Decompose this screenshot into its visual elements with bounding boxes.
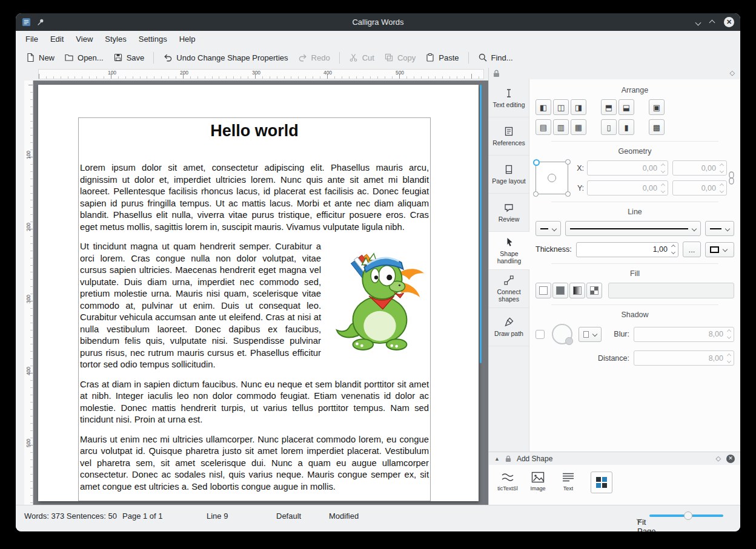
shadow-angle-knob [565, 337, 573, 345]
close-docker-icon[interactable]: ✕ [726, 455, 735, 463]
minimize-button[interactable] [696, 18, 700, 27]
zoom-slider[interactable] [649, 514, 723, 517]
dock-titlebar[interactable]: ◇ [489, 68, 740, 79]
shadow-enable-checkbox[interactable] [536, 330, 545, 339]
shape-properties-panel: Arrange ◧ ◫ ◨ ⬒ ⬓ ▣ ▤ ▥ ▦ [529, 79, 740, 452]
shadow-section-title: Shadow [536, 311, 734, 319]
undo-button[interactable]: Undo Change Shape Properties [158, 50, 293, 65]
paste-button[interactable]: Paste [420, 50, 463, 65]
x-position-spinbox: 0,00 [587, 160, 668, 176]
tab-page-layout[interactable]: Page layout [489, 156, 529, 194]
tab-connect-shapes[interactable]: Connect shapes [489, 270, 529, 308]
thickness-spinbox[interactable]: 1,00 [576, 242, 678, 257]
horizontal-ruler[interactable]: 100 200 300 400 500 [38, 69, 484, 79]
menu-styles[interactable]: Styles [99, 32, 132, 46]
open-button[interactable]: Open... [59, 50, 108, 65]
align-top-button[interactable]: ⬒ [601, 99, 617, 115]
raise-shape-button[interactable]: ▥ [553, 119, 569, 135]
align-center-h-button[interactable]: ◫ [553, 99, 569, 115]
cursor-arrow-icon [504, 237, 515, 248]
fill-gradient-button[interactable] [569, 283, 585, 298]
paragraph[interactable]: Lorem ipsum dolor sit amet, consectetur … [80, 162, 429, 233]
anchor-bottom-left[interactable] [533, 191, 539, 197]
style-indicator[interactable]: Default [276, 511, 301, 521]
tab-review[interactable]: Review [489, 194, 529, 232]
line-more-options-button[interactable]: ... [683, 242, 701, 257]
pin-icon[interactable] [36, 18, 45, 27]
keep-aspect-ratio-icon[interactable] [729, 171, 734, 185]
menu-file[interactable]: File [19, 32, 44, 46]
vruler-label: 400 [25, 366, 31, 376]
shadow-color-select[interactable] [579, 327, 602, 342]
fill-none-button[interactable] [536, 283, 551, 298]
tool-tab-column: Text editing References Page layout Revi… [489, 79, 529, 452]
find-button[interactable]: Find... [473, 50, 518, 65]
add-artistic-text-shape-button[interactable]: ticTextSl [494, 469, 522, 491]
menu-edit[interactable]: Edit [44, 32, 70, 46]
ungroup-shapes-button[interactable]: ▩ [649, 119, 665, 135]
save-button[interactable]: Save [108, 50, 150, 65]
fill-pattern-button[interactable] [586, 283, 602, 298]
collapse-docker-icon[interactable]: ▲ [494, 456, 500, 462]
position-anchor-selector[interactable] [536, 162, 568, 194]
vertical-scrollbar[interactable] [480, 85, 482, 363]
titlebar[interactable]: Calligra Words ✕ [16, 13, 740, 31]
page-indicator[interactable]: Page 1 of 1 [122, 511, 163, 521]
copy-icon [384, 53, 394, 62]
fill-solid-button[interactable] [552, 283, 568, 298]
geometry-section-title: Geometry [536, 147, 734, 156]
align-bottom-button[interactable]: ⬓ [618, 99, 634, 115]
new-button[interactable]: New [21, 50, 59, 65]
redo-icon [298, 53, 308, 62]
paragraph[interactable]: Ut tincidunt magna ut quam hendrerit sem… [80, 241, 429, 371]
line-style-select[interactable] [565, 221, 701, 236]
align-right-button[interactable]: ◨ [571, 99, 586, 115]
anchor-top-right[interactable] [565, 159, 571, 165]
paragraph[interactable]: Cras at diam in sapien dictum faucibus. … [80, 379, 429, 426]
paragraph[interactable]: Fusce lobortis congue consectetur. Duis … [80, 501, 429, 501]
float-dock-icon[interactable]: ◇ [730, 69, 735, 77]
anchor-center[interactable] [548, 174, 556, 182]
document-page[interactable]: Hello world Lorem ipsum dolor sit amet, … [38, 85, 479, 501]
vertical-ruler[interactable]: 100 200 300 400 500 [24, 81, 33, 505]
cut-icon [349, 53, 359, 62]
add-text-shape-button[interactable]: Text [554, 469, 582, 491]
distribute-v-button[interactable]: ▮ [618, 119, 634, 135]
bring-forward-button[interactable]: ▤ [536, 119, 551, 135]
close-button[interactable]: ✕ [724, 17, 734, 27]
hruler-label: 500 [396, 70, 404, 76]
save-icon [113, 53, 123, 62]
text-frame[interactable]: Hello world Lorem ipsum dolor sit amet, … [78, 117, 431, 501]
float-docker-icon[interactable]: ◇ [716, 455, 721, 462]
lock-icon[interactable] [505, 455, 511, 462]
line-color-select[interactable] [705, 242, 734, 257]
paragraph[interactable]: Mauris ut enim nec mi ultricies ullamcor… [80, 434, 429, 493]
zoom-slider-knob[interactable] [684, 511, 692, 520]
line-start-marker-select[interactable] [536, 221, 561, 236]
shape-collection-button[interactable] [591, 472, 612, 493]
distribute-h-button[interactable]: ▯ [601, 119, 617, 135]
anchor-top-left[interactable] [533, 159, 540, 166]
document-canvas[interactable]: 100 200 300 400 500 Hello world Lorem ip… [24, 81, 488, 505]
anchor-bottom-right[interactable] [565, 191, 571, 197]
menu-settings[interactable]: Settings [133, 32, 173, 46]
tab-draw-path[interactable]: Draw path [489, 308, 529, 346]
group-shapes-button[interactable]: ▣ [649, 99, 665, 115]
menu-view[interactable]: View [70, 32, 99, 46]
page-icon [503, 164, 514, 175]
tab-references[interactable]: References [489, 117, 529, 156]
konqi-mascot-image[interactable] [327, 245, 429, 352]
lower-shape-button[interactable]: ▦ [571, 119, 586, 135]
search-icon [478, 53, 488, 62]
maximize-button[interactable] [710, 18, 714, 27]
line-end-marker-select[interactable] [705, 221, 734, 236]
add-image-shape-button[interactable]: Image [524, 469, 552, 491]
menu-help[interactable]: Help [173, 32, 202, 46]
document-heading[interactable]: Hello world [80, 122, 429, 140]
shadow-blur-spinbox: 8,00 [634, 327, 734, 342]
tab-text-editing[interactable]: Text editing [489, 79, 529, 117]
align-left-button[interactable]: ◧ [536, 99, 551, 115]
tab-shape-handling[interactable]: Shape handling [489, 232, 529, 270]
artistic-text-icon [500, 471, 515, 484]
lock-icon[interactable] [493, 70, 500, 77]
